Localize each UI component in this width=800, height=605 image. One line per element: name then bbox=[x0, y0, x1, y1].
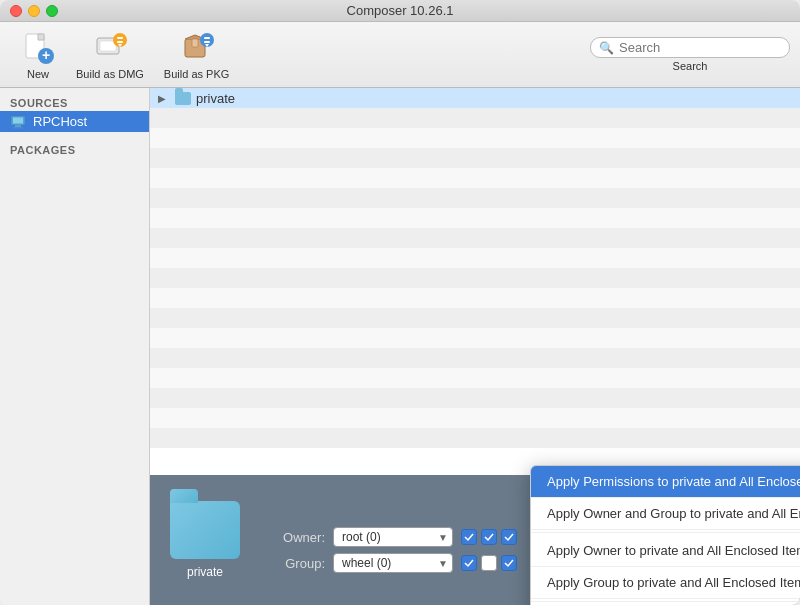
build-dmg-icon bbox=[92, 30, 128, 66]
computer-icon bbox=[10, 115, 28, 129]
titlebar: Composer 10.26.1 bbox=[0, 0, 800, 22]
group-w-checkbox[interactable] bbox=[481, 555, 497, 571]
maximize-button[interactable] bbox=[46, 5, 58, 17]
table-row bbox=[150, 248, 800, 268]
search-label: Search bbox=[673, 60, 708, 72]
svg-rect-13 bbox=[204, 41, 210, 43]
expand-arrow: ▶ bbox=[158, 93, 170, 104]
table-row bbox=[150, 408, 800, 428]
new-button[interactable]: + New bbox=[10, 26, 66, 84]
folder-icon-small bbox=[175, 92, 191, 105]
table-row bbox=[150, 328, 800, 348]
file-row-name: private bbox=[196, 91, 235, 106]
owner-select-wrapper[interactable]: root (0) ▼ bbox=[333, 527, 453, 547]
build-pkg-icon bbox=[179, 30, 215, 66]
dropdown-item-apply-owner[interactable]: Apply Owner to private and All Enclosed … bbox=[531, 535, 800, 567]
dropdown-divider-2 bbox=[531, 601, 800, 602]
owner-label: Owner: bbox=[270, 530, 325, 545]
search-box: 🔍 Search bbox=[590, 37, 790, 72]
packages-header: PACKAGES bbox=[0, 140, 149, 158]
dropdown-item-apply-group[interactable]: Apply Group to private and All Enclosed … bbox=[531, 567, 800, 599]
table-row bbox=[150, 288, 800, 308]
permissions-dropdown: Apply Permissions to private and All Enc… bbox=[530, 465, 800, 605]
table-row[interactable]: ▶ private bbox=[150, 88, 800, 108]
sources-header: SOURCES bbox=[0, 93, 149, 111]
table-row bbox=[150, 268, 800, 288]
traffic-lights bbox=[10, 5, 58, 17]
group-label: Group: bbox=[270, 556, 325, 571]
search-input[interactable] bbox=[619, 40, 779, 55]
main-layout: SOURCES RPCHost PACKAGES ▶ private bbox=[0, 88, 800, 605]
dropdown-item-apply-owner-group[interactable]: Apply Owner and Group to private and All… bbox=[531, 498, 800, 530]
table-row bbox=[150, 228, 800, 248]
table-row bbox=[150, 428, 800, 448]
svg-rect-12 bbox=[204, 37, 210, 39]
checkmark-icon bbox=[504, 532, 514, 542]
owner-checkboxes bbox=[461, 529, 517, 545]
table-row bbox=[150, 208, 800, 228]
group-checkboxes bbox=[461, 555, 517, 571]
bottom-panel: private R W X Owner: r bbox=[150, 475, 800, 605]
dropdown-divider bbox=[531, 532, 800, 533]
owner-select[interactable]: root (0) bbox=[333, 527, 453, 547]
svg-rect-10 bbox=[192, 39, 198, 47]
table-row bbox=[150, 148, 800, 168]
build-dmg-label: Build as DMG bbox=[76, 68, 144, 80]
svg-rect-7 bbox=[117, 37, 123, 39]
dropdown-item-apply-all[interactable]: Apply Permissions to private and All Enc… bbox=[531, 466, 800, 498]
minimize-button[interactable] bbox=[28, 5, 40, 17]
checkmark-icon bbox=[464, 558, 474, 568]
checkmark-icon bbox=[504, 558, 514, 568]
search-input-wrapper[interactable]: 🔍 bbox=[590, 37, 790, 58]
svg-rect-17 bbox=[13, 127, 23, 129]
toolbar: + New Build as DMG bbox=[0, 22, 800, 88]
svg-rect-16 bbox=[15, 125, 21, 127]
table-row bbox=[150, 368, 800, 388]
table-row bbox=[150, 388, 800, 408]
file-list: ▶ private bbox=[150, 88, 800, 475]
close-button[interactable] bbox=[10, 5, 22, 17]
group-select-wrapper[interactable]: wheel (0) ▼ bbox=[333, 553, 453, 573]
checkmark-icon bbox=[464, 532, 474, 542]
build-pkg-label: Build as PKG bbox=[164, 68, 229, 80]
table-row bbox=[150, 348, 800, 368]
svg-rect-15 bbox=[13, 117, 23, 123]
search-icon: 🔍 bbox=[599, 41, 614, 55]
table-row bbox=[150, 188, 800, 208]
svg-rect-1 bbox=[38, 34, 44, 40]
sidebar-rpchost-label: RPCHost bbox=[33, 114, 87, 129]
table-row bbox=[150, 308, 800, 328]
content-area: ▶ private bbox=[150, 88, 800, 605]
table-row bbox=[150, 168, 800, 188]
owner-w-checkbox[interactable] bbox=[481, 529, 497, 545]
folder-icon-large bbox=[170, 501, 240, 559]
build-dmg-button[interactable]: Build as DMG bbox=[66, 26, 154, 84]
group-r-checkbox[interactable] bbox=[461, 555, 477, 571]
checkmark-icon bbox=[484, 532, 494, 542]
table-row bbox=[150, 128, 800, 148]
app-title: Composer 10.26.1 bbox=[347, 3, 454, 18]
new-button-label: New bbox=[27, 68, 49, 80]
build-pkg-button[interactable]: Build as PKG bbox=[154, 26, 239, 84]
table-row bbox=[150, 108, 800, 128]
svg-rect-8 bbox=[117, 41, 123, 43]
svg-text:+: + bbox=[42, 47, 50, 63]
owner-r-checkbox[interactable] bbox=[461, 529, 477, 545]
group-x-checkbox[interactable] bbox=[501, 555, 517, 571]
new-icon: + bbox=[20, 30, 56, 66]
sidebar-item-rpchost[interactable]: RPCHost bbox=[0, 111, 149, 132]
folder-name-label: private bbox=[187, 565, 223, 579]
group-select[interactable]: wheel (0) bbox=[333, 553, 453, 573]
owner-x-checkbox[interactable] bbox=[501, 529, 517, 545]
folder-container: private bbox=[170, 501, 240, 579]
sidebar: SOURCES RPCHost PACKAGES bbox=[0, 88, 150, 605]
